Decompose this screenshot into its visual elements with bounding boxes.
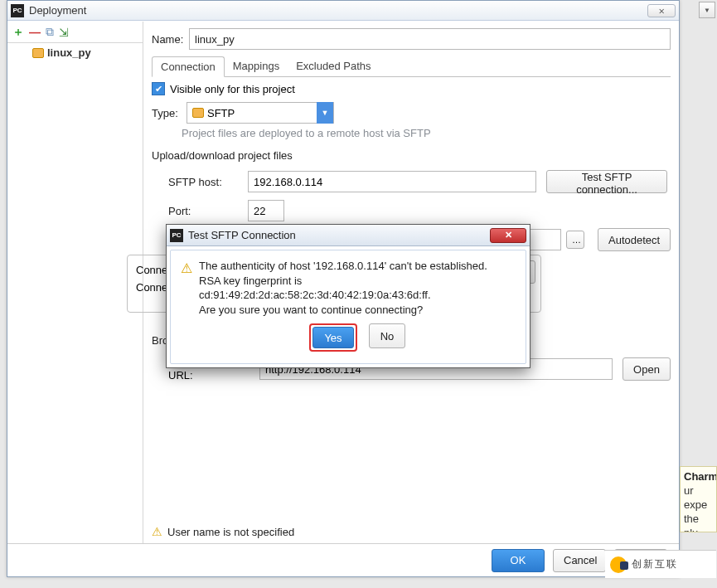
browse-path-button[interactable]: … — [566, 231, 584, 249]
app-icon: PC — [11, 4, 24, 17]
test-connection-button[interactable]: Test SFTP connection... — [546, 170, 667, 193]
folder-icon — [192, 108, 204, 118]
type-hint: Project files are deployed to a remote h… — [182, 127, 671, 139]
sidebar-toolbar: ＋ — ⧉ ⇲ — [7, 22, 143, 43]
yes-button[interactable]: Yes — [312, 327, 354, 348]
app-icon: PC — [170, 229, 183, 242]
open-button[interactable]: Open — [623, 357, 671, 381]
server-icon — [32, 48, 44, 58]
upload-section-title: Upload/download project files — [152, 149, 671, 162]
modal-message: The authenticity of host '192.168.0.114'… — [199, 259, 516, 360]
window-close-button[interactable]: ⨉ — [647, 4, 676, 17]
name-label: Name: — [152, 33, 189, 46]
tip-title: Charm — [684, 470, 717, 483]
type-label: Type: — [152, 107, 182, 119]
watermark: 创新互联 — [605, 550, 716, 578]
modal-line1: The authenticity of host '192.168.0.114'… — [199, 259, 516, 274]
chevron-down-icon[interactable]: ▼ — [317, 102, 333, 124]
modal-title: Test SFTP Connection — [188, 229, 490, 241]
window-title: Deployment — [29, 4, 647, 17]
behind-label-a: Conne — [136, 264, 167, 276]
remove-icon[interactable]: — — [29, 26, 41, 39]
modal-close-button[interactable]: ✕ — [490, 228, 526, 243]
tab-excluded[interactable]: Excluded Paths — [288, 56, 379, 76]
port-label: Port: — [168, 205, 248, 217]
host-label: SFTP host: — [168, 176, 248, 188]
tab-bar: Connection Mappings Excluded Paths — [152, 56, 671, 77]
warning-icon: ⚠ — [152, 525, 162, 538]
type-value: SFTP — [207, 107, 235, 119]
port-input[interactable] — [248, 200, 284, 221]
dialog-footer: OK Cancel Help — [7, 543, 679, 576]
sidebar: ＋ — ⧉ ⇲ linux_py — [7, 22, 143, 543]
modal-titlebar: PC Test SFTP Connection ✕ — [167, 225, 530, 246]
test-sftp-dialog: PC Test SFTP Connection ✕ ⚠ The authenti… — [166, 224, 530, 368]
name-input[interactable] — [189, 28, 671, 50]
logo-icon — [610, 556, 627, 573]
sidebar-item-server[interactable]: linux_py — [27, 45, 123, 61]
visible-checkbox[interactable]: ✔ — [152, 82, 165, 95]
behind-label-b: Conne — [136, 281, 167, 294]
copy-icon[interactable]: ⧉ — [46, 25, 54, 39]
modal-line3: Are you sure you want to continue connec… — [199, 303, 516, 318]
sidebar-item-label: linux_py — [47, 46, 91, 59]
tip-panel: Charm ur expe the plu al data w kiloby — [680, 466, 717, 532]
autodetect-button[interactable]: Autodetect — [598, 228, 671, 251]
logo-text: 创新互联 — [632, 557, 678, 571]
export-icon[interactable]: ⇲ — [59, 26, 69, 39]
add-icon[interactable]: ＋ — [12, 25, 24, 40]
modal-line2: RSA key fingerprint is cd:91:49:2d:2d:ac… — [199, 274, 516, 303]
type-combo[interactable]: SFTP ▼ — [187, 102, 334, 124]
warning-icon: ⚠ — [181, 260, 192, 360]
ok-button[interactable]: OK — [492, 549, 545, 572]
yes-highlight: Yes — [309, 323, 357, 352]
window-titlebar: PC Deployment ⨉ — [7, 1, 679, 21]
warning-text: User name is not specified — [167, 526, 294, 538]
tab-connection[interactable]: Connection — [152, 56, 225, 77]
tab-mappings[interactable]: Mappings — [225, 56, 288, 76]
no-button[interactable]: No — [369, 323, 405, 348]
dropdown-toggle[interactable]: ▼ — [699, 2, 715, 18]
host-input[interactable] — [248, 171, 536, 192]
cancel-button[interactable]: Cancel — [553, 549, 606, 572]
visible-label: Visible only for this project — [170, 83, 295, 95]
